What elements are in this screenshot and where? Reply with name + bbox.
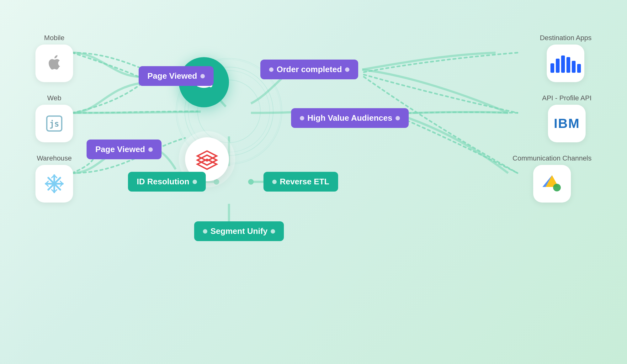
id-resolution-pill: ID Resolution <box>128 172 206 192</box>
warehouse-icon-box <box>35 165 73 203</box>
reverse-etl-pill: Reverse ETL <box>263 172 338 192</box>
pill-dot-6 <box>272 180 277 184</box>
page-viewed-2-label: Page Viewed <box>95 145 145 154</box>
intercom-icon <box>550 54 581 73</box>
pill-dot-3 <box>269 67 274 72</box>
segment-unify-pill: Segment Unify <box>194 221 284 241</box>
order-completed-label: Order completed <box>277 65 342 74</box>
svg-point-26 <box>553 184 561 191</box>
snowflake-icon <box>44 173 65 194</box>
diagram-container: .conn { fill: none; stroke: #7dd9b8; str… <box>0 0 627 364</box>
source-web: Web js <box>35 94 73 142</box>
pill-dot-2 <box>148 147 153 152</box>
pill-dot-3b <box>345 67 349 72</box>
dest-comms-label: Communication Channels <box>513 154 592 162</box>
pill-dot-4 <box>300 116 304 120</box>
page-viewed-pill-2: Page Viewed <box>87 140 162 159</box>
warehouse-label: Warehouse <box>37 154 72 162</box>
web-icon-box: js <box>35 105 73 142</box>
nodejs-icon: js <box>44 113 65 134</box>
dest-api: API - Profile API IBM <box>542 94 592 142</box>
dest-apps: Destination Apps <box>540 34 592 82</box>
svg-text:js: js <box>49 119 59 129</box>
mobile-icon-box <box>35 45 73 82</box>
mobile-label: Mobile <box>44 34 65 42</box>
web-label: Web <box>47 94 61 102</box>
high-value-label: High Value Audiences <box>307 113 392 123</box>
page-viewed-1-label: Page Viewed <box>147 71 197 81</box>
id-resolution-label: ID Resolution <box>137 177 189 187</box>
pill-dot-4b <box>396 116 400 120</box>
dest-comms-icon-box <box>533 165 571 203</box>
ibm-icon: IBM <box>554 116 580 131</box>
pill-dot-1 <box>200 74 205 78</box>
dest-comms: Communication Channels <box>513 154 592 203</box>
google-ads-icon <box>541 173 563 194</box>
svg-marker-30 <box>197 155 217 165</box>
unify-icon <box>193 145 221 173</box>
reverse-etl-label: Reverse ETL <box>280 177 329 187</box>
pill-dot-5 <box>193 180 197 184</box>
dest-api-icon-box: IBM <box>548 105 586 142</box>
segment-unify-label: Segment Unify <box>210 226 268 236</box>
apple-icon <box>44 53 64 73</box>
svg-point-8 <box>248 179 254 185</box>
order-completed-pill: Order completed <box>260 60 358 79</box>
pill-dot-7b <box>271 229 275 234</box>
dest-apps-label: Destination Apps <box>540 34 592 42</box>
source-warehouse: Warehouse <box>35 154 73 203</box>
page-viewed-pill-1: Page Viewed <box>139 66 214 86</box>
high-value-pill: High Value Audiences <box>291 108 409 128</box>
dest-apps-icon-box <box>547 45 584 82</box>
pill-dot-7 <box>203 229 207 234</box>
source-mobile: Mobile <box>35 34 73 82</box>
dest-api-label: API - Profile API <box>542 94 592 102</box>
